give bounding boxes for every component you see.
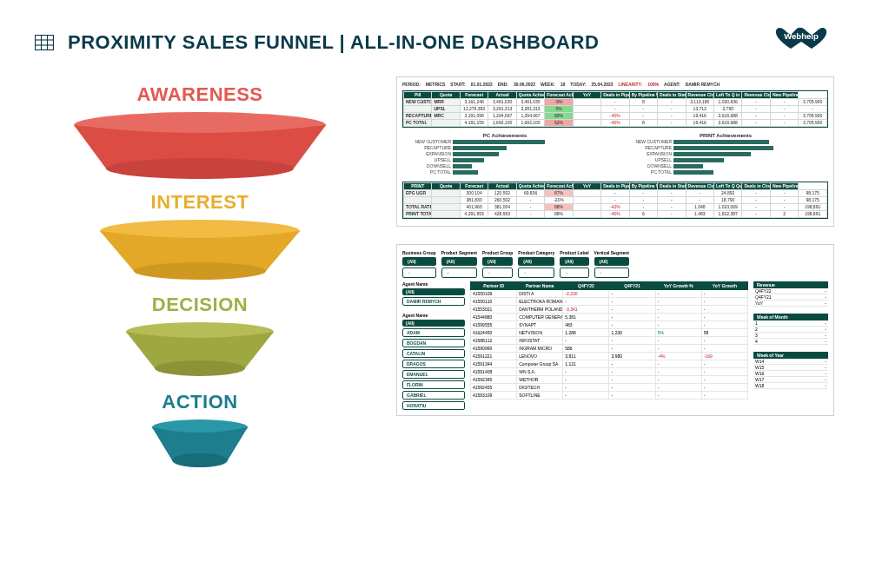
table-row: 41544880COMPUTER GENERATED SOLUTIONS ROM… (471, 314, 748, 321)
table-row: 41592455DIGITECH---- (471, 384, 748, 392)
side-filter-pill[interactable]: EMANUEL (402, 370, 465, 379)
funnel-stage-interest (96, 219, 304, 290)
filter-pill[interactable]: (All) (482, 257, 513, 266)
table-row: 41624450NETVISION1,2881,2305%58 (471, 329, 748, 337)
stage-label-action: ACTION (162, 391, 237, 413)
meta-label: END: (498, 83, 508, 87)
filter-pill[interactable]: - (402, 268, 436, 278)
dashboard-top-meta: PERIOD:METRICSSTART:01.01.2022END:30.06.… (402, 83, 828, 87)
brand-name: Webhelp (784, 31, 819, 41)
filter-pill[interactable]: - (560, 268, 588, 278)
side-filter-pill[interactable]: GABRIEL (402, 391, 465, 400)
svg-point-10 (155, 360, 245, 376)
svg-point-6 (106, 158, 294, 179)
table-row: 41553021DANTHERM POLAND SOO-3,341--- (471, 306, 748, 314)
svg-rect-0 (36, 36, 54, 50)
meta-label: AGENT: (664, 83, 680, 87)
meta-label: WEEK: (541, 83, 555, 87)
side-filter-pill[interactable]: FLORIN (402, 380, 465, 389)
side-filter-pill[interactable]: (All) (402, 320, 465, 327)
side-filter-pill[interactable]: (All) (402, 288, 465, 295)
filter-pill[interactable]: - (594, 268, 629, 278)
table-row: 41590990INGRAM MICRO586--- (471, 345, 748, 353)
filter-pill[interactable]: (All) (560, 257, 588, 266)
bar-chart-print-achievements: PRINT Achievements NEW CUSTOMERRECAPTURE… (623, 133, 828, 176)
brand-logo: Webhelp (775, 24, 831, 59)
funnel-stage-action (148, 419, 252, 479)
meta-label: TODAY: (570, 83, 586, 87)
filter-bar: Business Group(All)-Product Segment(All)… (402, 250, 828, 278)
side-filter-pill[interactable]: CATALIN (402, 349, 465, 358)
spreadsheet-icon (35, 35, 54, 50)
partner-table: Partner IDPartner NameQ4FY22Q4FY21YoY Gr… (470, 281, 748, 410)
table-print: PRINTQuotaForecastActualQuota Achievemen… (403, 182, 827, 218)
table-row: 41550110ELECTROKA ROMANIA---- (471, 298, 748, 306)
dashboard-top: PERIOD:METRICSSTART:01.01.2022END:30.06.… (396, 76, 834, 227)
side-filter-pill[interactable]: DAMIR REMYCH (402, 297, 465, 306)
dashboard-bottom: Business Group(All)-Product Segment(All)… (396, 244, 834, 416)
svg-point-12 (172, 453, 228, 467)
side-filter-pill[interactable]: HORATIU (402, 401, 465, 410)
meta-label: 25.04.2022 (592, 83, 614, 87)
table-row: 41599555SYNAPT483--- (471, 321, 748, 329)
filter-pill[interactable]: - (482, 268, 513, 278)
table-row: 41593109SOFTLINE---- (471, 392, 748, 400)
meta-label: DAMIR REMYCH (686, 83, 720, 87)
filter-pill[interactable]: (All) (441, 257, 477, 266)
meta-label: 01.01.2022 (471, 83, 493, 87)
table-row: 41588112INFOSTAT---- (471, 337, 748, 345)
meta-label: START: (450, 83, 465, 87)
meta-label: PERIOD: (402, 83, 421, 87)
filter-pill[interactable]: (All) (594, 257, 629, 266)
side-filters: Agent Name(All)DAMIR REMYCHAgent Name(Al… (402, 281, 465, 410)
meta-label: 100% (647, 83, 659, 87)
svg-point-8 (134, 262, 266, 280)
meta-label: 30.06.2022 (514, 83, 535, 87)
side-filter-pill[interactable]: BOGDAN (402, 339, 465, 347)
page-title: PROXIMITY SALES FUNNEL | ALL-IN-ONE DASH… (68, 31, 599, 54)
table-row: 41591221LENOVO3,8113,980-4%-169 (471, 353, 748, 360)
meta-label: 18 (561, 83, 566, 87)
table-row: 41591344Computer Group SA1,121--- (471, 360, 748, 368)
filter-pill[interactable]: (All) (402, 257, 436, 266)
side-filter-pill[interactable]: DRAGOS (402, 360, 465, 368)
table-pc: PillQuotaForecastActualQuota Achievement… (403, 91, 827, 127)
meta-label: METRICS (426, 83, 446, 87)
filter-pill[interactable]: - (441, 268, 477, 278)
meta-label: LINEARITY: (619, 83, 643, 87)
table-row: 41591408WN S.A.---- (471, 368, 748, 376)
side-filter-pill[interactable]: ADAM (402, 328, 465, 337)
stage-label-decision: DECISION (152, 294, 248, 316)
summary-columns: RevenueQ4FY22-Q4FY21-YoY-Week of Month1-… (753, 281, 828, 410)
funnel-diagram: AWARENESS INTEREST DECISION ACTION (35, 76, 365, 479)
table-row: 41550109DISTI A-2,230--- (471, 290, 748, 298)
funnel-stage-decision (122, 321, 278, 387)
bar-chart-pc-achievements: PC Achievements NEW CUSTOMERRECAPTUREEXP… (402, 133, 607, 176)
table-row: 41592345WETHOR---- (471, 376, 748, 384)
funnel-stage-awareness (70, 111, 330, 188)
stage-label-interest: INTEREST (151, 191, 249, 214)
stage-label-awareness: AWARENESS (136, 83, 262, 106)
filter-pill[interactable]: (All) (518, 257, 554, 266)
filter-pill[interactable]: - (518, 268, 554, 278)
